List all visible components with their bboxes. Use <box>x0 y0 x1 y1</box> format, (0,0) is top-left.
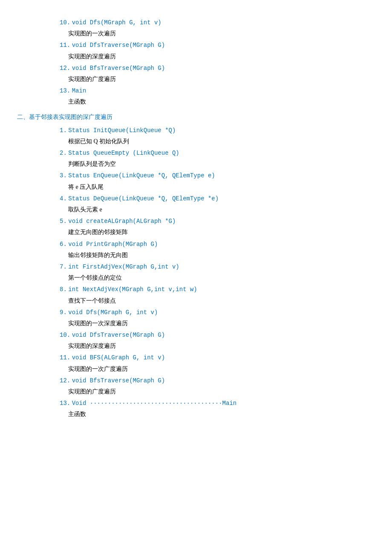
section1-items: 10. void Dfs(MGraph G, int v) 实现图的一次遍历 1… <box>60 17 366 107</box>
item-s1-13-code: Main <box>72 87 86 94</box>
item-s1-13-desc: 主函数 <box>68 96 366 107</box>
item-s2-8-code: int NextAdjVex(MGraph G,int v,int w) <box>68 286 197 293</box>
item-s2-10: 10. void DfsTraverse(MGraph G) 实现图的深度遍历 <box>60 330 366 351</box>
item-s1-13-num: 13. <box>60 87 70 94</box>
item-s2-6-label: 6. void PrintGraph(MGraph G) <box>60 239 366 250</box>
item-s2-1: 1. Status InitQueue(LinkQueue *Q) 根据已知 Q… <box>60 125 366 147</box>
item-s2-8: 8. int NextAdjVex(MGraph G,int v,int w) … <box>60 284 366 306</box>
item-s1-12-code: void BfsTraverse(MGraph G) <box>72 65 165 72</box>
item-s2-5-desc: 建立无向图的邻接矩阵 <box>68 227 366 237</box>
item-s2-4-desc: 取队头元素 e <box>68 204 366 215</box>
item-s2-3-code: Status EnQueue(LinkQueue *Q, QElemType e… <box>68 172 215 179</box>
item-s2-2-label: 2. Status QueueEmpty (LinkQueue Q) <box>60 147 366 159</box>
item-s2-5: 5. void createALGraph(ALGraph *G) 建立无向图的… <box>60 216 366 237</box>
item-s1-10: 10. void Dfs(MGraph G, int v) 实现图的一次遍历 <box>60 17 366 39</box>
item-s1-11-num: 11. <box>60 42 70 49</box>
item-s1-12-label: 12. void BfsTraverse(MGraph G) <box>60 63 366 74</box>
item-s1-13-label: 13. Main <box>60 85 366 96</box>
item-s2-9-desc: 实现图的一次深度遍历 <box>68 318 366 329</box>
item-s2-5-num: 5. <box>60 218 67 225</box>
item-s2-10-code: void DfsTraverse(MGraph G) <box>72 332 165 338</box>
item-s1-11-code: void DfsTraverse(MGraph G) <box>72 42 165 49</box>
item-s2-5-code: void createALGraph(ALGraph *G) <box>68 218 176 225</box>
item-s1-12-num: 12. <box>60 65 70 72</box>
item-s2-9-code: void Dfs(MGraph G, int v) <box>68 309 158 316</box>
item-s2-12-num: 12. <box>60 377 70 384</box>
item-s2-11-num: 11. <box>60 354 70 361</box>
item-s2-7: 7. int FirstAdjVex(MGraph G,int v) 第一个邻接… <box>60 261 366 283</box>
item-s2-2-num: 2. <box>60 150 67 156</box>
item-s2-6-code: void PrintGraph(MGraph G) <box>68 241 158 248</box>
item-s2-7-desc: 第一个邻接点的定位 <box>68 272 366 283</box>
item-s1-11-label: 11. void DfsTraverse(MGraph G) <box>60 40 366 51</box>
item-s1-11-desc: 实现图的深度遍历 <box>68 51 366 62</box>
item-s2-4: 4. Status DeQueue(LinkQueue *Q, QElemTyp… <box>60 193 366 215</box>
item-s2-4-num: 4. <box>60 195 67 202</box>
item-s2-3-num: 3. <box>60 172 67 179</box>
page-content: 10. void Dfs(MGraph G, int v) 实现图的一次遍历 1… <box>60 17 366 420</box>
item-s2-10-label: 10. void DfsTraverse(MGraph G) <box>60 330 366 341</box>
item-s2-10-desc: 实现图的深度遍历 <box>68 341 366 351</box>
item-s2-6: 6. void PrintGraph(MGraph G) 输出邻接矩阵的无向图 <box>60 239 366 260</box>
item-s1-10-code: void Dfs(MGraph G, int v) <box>72 19 161 26</box>
item-s2-1-num: 1. <box>60 127 67 134</box>
item-s2-6-num: 6. <box>60 241 67 248</box>
item-s2-1-desc: 根据已知 Q 初始化队列 <box>68 136 366 147</box>
item-s1-10-desc: 实现图的一次遍历 <box>68 28 366 39</box>
item-s2-3-desc: 将 e 压入队尾 <box>68 182 366 192</box>
item-s2-13-label: 13. Void ·······························… <box>60 398 366 409</box>
item-s2-11-label: 11. void BFS(ALGraph G, int v) <box>60 352 366 363</box>
item-s2-13: 13. Void ·······························… <box>60 398 366 419</box>
item-s2-9-label: 9. void Dfs(MGraph G, int v) <box>60 307 366 318</box>
item-s2-7-label: 7. int FirstAdjVex(MGraph G,int v) <box>60 261 366 272</box>
item-s2-4-label: 4. Status DeQueue(LinkQueue *Q, QElemTyp… <box>60 193 366 204</box>
item-s1-10-label: 10. void Dfs(MGraph G, int v) <box>60 17 366 28</box>
item-s2-1-label: 1. Status InitQueue(LinkQueue *Q) <box>60 125 366 136</box>
item-s2-11-code: void BFS(ALGraph G, int v) <box>72 354 165 361</box>
item-s2-3: 3. Status EnQueue(LinkQueue *Q, QElemTyp… <box>60 170 366 192</box>
item-s1-12-desc: 实现图的广度遍历 <box>68 74 366 84</box>
item-s2-2: 2. Status QueueEmpty (LinkQueue Q) 判断队列是… <box>60 147 366 169</box>
item-s2-2-desc: 判断队列是否为空 <box>68 159 366 169</box>
item-s2-5-label: 5. void createALGraph(ALGraph *G) <box>60 216 366 227</box>
item-s2-12: 12. void BfsTraverse(MGraph G) 实现图的广度遍历 <box>60 375 366 397</box>
item-s2-8-label: 8. int NextAdjVex(MGraph G,int v,int w) <box>60 284 366 295</box>
item-s2-10-num: 10. <box>60 332 70 338</box>
item-s2-9: 9. void Dfs(MGraph G, int v) 实现图的一次深度遍历 <box>60 307 366 329</box>
item-s2-7-code: int FirstAdjVex(MGraph G,int v) <box>68 263 179 270</box>
item-s2-6-desc: 输出邻接矩阵的无向图 <box>68 250 366 260</box>
section2-title: 二、基于邻接表实现图的深广度遍历 <box>17 112 366 122</box>
item-s1-13: 13. Main 主函数 <box>60 85 366 107</box>
item-s2-2-code: Status QueueEmpty (LinkQueue Q) <box>68 150 179 156</box>
item-s2-8-desc: 查找下一个邻接点 <box>68 295 366 306</box>
item-s2-13-num: 13. <box>60 400 70 407</box>
item-s2-11: 11. void BFS(ALGraph G, int v) 实现图的一次广度遍… <box>60 352 366 374</box>
item-s2-3-label: 3. Status EnQueue(LinkQueue *Q, QElemTyp… <box>60 170 366 181</box>
item-s1-12: 12. void BfsTraverse(MGraph G) 实现图的广度遍历 <box>60 63 366 84</box>
section2: 二、基于邻接表实现图的深广度遍历 1. Status InitQueue(Lin… <box>60 112 366 420</box>
item-s2-4-code: Status DeQueue(LinkQueue *Q, QElemType *… <box>68 195 219 202</box>
item-s2-8-num: 8. <box>60 286 67 293</box>
item-s2-11-desc: 实现图的一次广度遍历 <box>68 364 366 374</box>
item-s2-12-label: 12. void BfsTraverse(MGraph G) <box>60 375 366 386</box>
item-s2-12-code: void BfsTraverse(MGraph G) <box>72 377 165 384</box>
item-s2-7-num: 7. <box>60 263 67 270</box>
item-s1-10-num: 10. <box>60 19 70 26</box>
item-s2-13-code: Void ···································… <box>72 400 236 407</box>
item-s2-9-num: 9. <box>60 309 67 316</box>
item-s2-12-desc: 实现图的广度遍历 <box>68 386 366 397</box>
item-s1-11: 11. void DfsTraverse(MGraph G) 实现图的深度遍历 <box>60 40 366 61</box>
item-s2-1-code: Status InitQueue(LinkQueue *Q) <box>68 127 176 134</box>
item-s2-13-desc: 主函数 <box>68 409 366 419</box>
